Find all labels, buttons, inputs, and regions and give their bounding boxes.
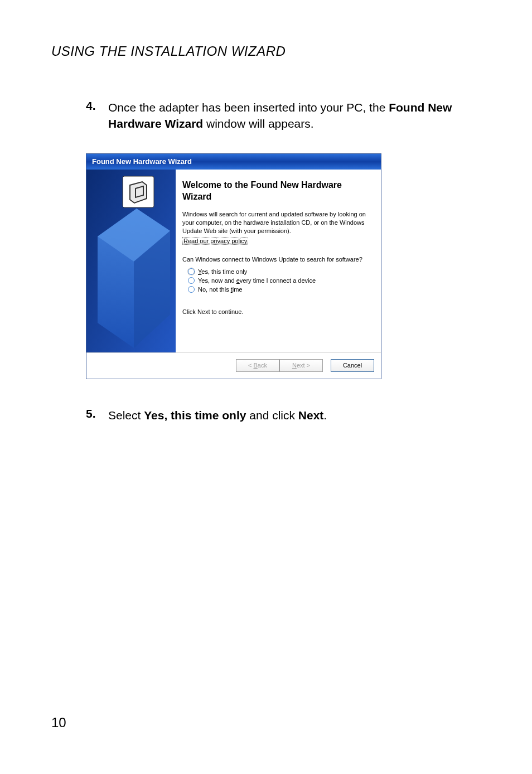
radio-label-rest: very time I connect a device [240, 277, 316, 284]
step-text-bold: Next [298, 409, 324, 422]
radio-option-yes-once[interactable]: Yes, this time only [188, 268, 372, 275]
radio-label: Yes, this time only [198, 268, 247, 275]
step-number: 5. [86, 407, 108, 423]
step-4: 4. Once the adapter has been inserted in… [86, 99, 493, 132]
radio-icon [188, 277, 195, 284]
button-label: < Back [248, 362, 267, 369]
button-label-part: < [248, 362, 253, 369]
wizard-options: Yes, this time only Yes, now and every t… [188, 268, 372, 293]
step-text-part: Select [108, 409, 144, 422]
step-text: Once the adapter has been inserted into … [108, 99, 493, 132]
radio-label: No, not this time [198, 286, 243, 293]
wizard-intro-text: Windows will search for current and upda… [182, 210, 372, 235]
section-header-cap: U [51, 43, 61, 59]
page-number: 10 [51, 715, 66, 731]
radio-label-rest: ime [233, 286, 243, 293]
wizard-window: Found New Hardware Wizard [86, 153, 381, 379]
radio-label-rest: es, this time only [201, 268, 247, 275]
button-label-key: B [254, 362, 258, 369]
step-5: 5. Select Yes, this time only and click … [86, 407, 493, 423]
wizard-screenshot: Found New Hardware Wizard [86, 153, 493, 379]
radio-label-part: Yes, now and [198, 277, 236, 284]
radio-option-no[interactable]: No, not this time [188, 286, 372, 293]
step-text-part: window will appears. [203, 117, 313, 130]
wizard-heading: Welcome to the Found New Hardware Wizard [182, 180, 372, 203]
radio-icon [188, 268, 195, 275]
section-header: USING THE INSTALLATION WIZARD [51, 43, 493, 59]
radio-label: Yes, now and every time I connect a devi… [198, 277, 316, 284]
radio-icon [188, 286, 195, 293]
section-header-cap: I [130, 43, 134, 59]
step-text-part: Once the adapter has been inserted into … [108, 101, 389, 114]
privacy-policy-link[interactable]: Read our privacy policy [182, 237, 248, 245]
section-header-word: NSTALLATION [135, 43, 231, 59]
section-header-word: IZARD [244, 43, 286, 59]
step-text-bold: Yes, this time only [144, 409, 246, 422]
wizard-question: Can Windows connect to Windows Update to… [182, 256, 372, 263]
radio-option-yes-always[interactable]: Yes, now and every time I connect a devi… [188, 277, 372, 284]
step-text: Select Yes, this time only and click Nex… [108, 407, 327, 423]
wizard-button-row: < Back Next > Cancel [86, 352, 381, 379]
button-label: Next > [292, 362, 310, 369]
wizard-body: Welcome to the Found New Hardware Wizard… [86, 170, 381, 352]
wizard-side-graphic [86, 170, 176, 352]
button-label-key: N [292, 362, 297, 369]
step-text-part: and click [246, 409, 298, 422]
wizard-continue-text: Click Next to continue. [182, 308, 372, 315]
next-button[interactable]: Next > [279, 359, 323, 372]
cancel-button[interactable]: Cancel [331, 359, 374, 372]
button-label-part: ack [258, 362, 267, 369]
wizard-artwork-icon [86, 170, 176, 352]
button-label-part: ext > [297, 362, 310, 369]
step-text-part: . [323, 409, 327, 422]
section-header-word: SING THE [61, 43, 131, 59]
section-header-cap: W [231, 43, 244, 59]
back-button[interactable]: < Back [236, 359, 279, 372]
step-number: 4. [86, 99, 108, 132]
radio-label-part: No, not this [198, 286, 231, 293]
wizard-titlebar: Found New Hardware Wizard [86, 154, 381, 170]
document-page: USING THE INSTALLATION WIZARD 4. Once th… [0, 0, 532, 774]
wizard-main: Welcome to the Found New Hardware Wizard… [176, 170, 381, 352]
button-label: Cancel [343, 362, 362, 369]
